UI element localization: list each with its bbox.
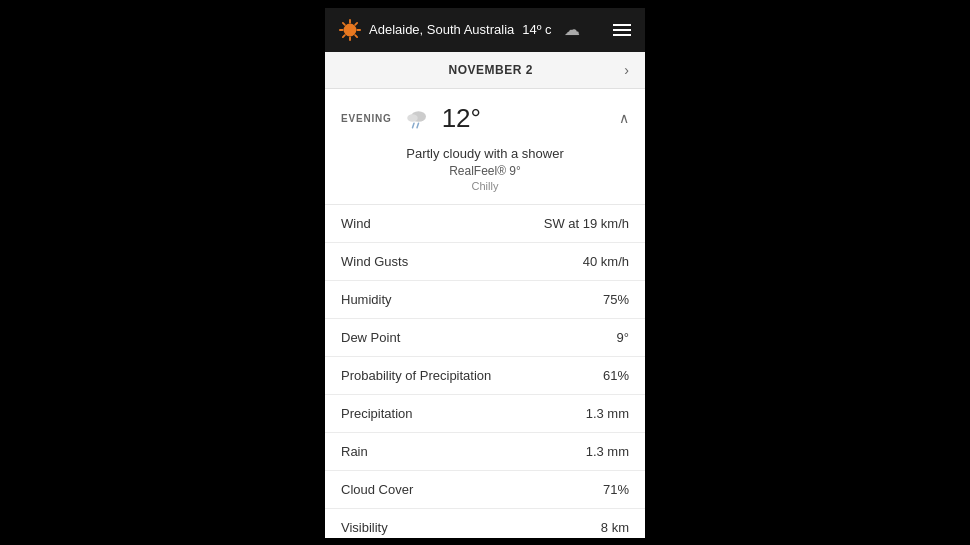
evening-left: EVENING 12° — [341, 103, 481, 134]
content-area: EVENING 12° ∧ Partly cloudy with a showe… — [325, 89, 645, 538]
details-container: WindSW at 19 km/hWind Gusts40 km/hHumidi… — [325, 205, 645, 538]
detail-row: Visibility8 km — [325, 509, 645, 538]
detail-label: Dew Point — [341, 330, 400, 345]
detail-row: Wind Gusts40 km/h — [325, 243, 645, 281]
svg-line-5 — [343, 22, 345, 24]
header-bar: Adelaide, South Australia 14º c ☁ — [325, 8, 645, 52]
svg-line-8 — [343, 35, 345, 37]
header-city: Adelaide, South Australia — [369, 22, 514, 37]
detail-value: 40 km/h — [583, 254, 629, 269]
weather-icon — [402, 103, 432, 133]
phone-container: Adelaide, South Australia 14º c ☁ NOVEMB… — [325, 8, 645, 538]
detail-label: Rain — [341, 444, 368, 459]
detail-row: Rain1.3 mm — [325, 433, 645, 471]
collapse-button[interactable]: ∧ — [619, 110, 629, 126]
detail-row: Cloud Cover71% — [325, 471, 645, 509]
detail-value: 75% — [603, 292, 629, 307]
header-temp: 14º c — [522, 22, 551, 37]
chevron-right-icon[interactable]: › — [624, 62, 629, 78]
header-left: Adelaide, South Australia 14º c ☁ — [339, 19, 580, 41]
detail-label: Visibility — [341, 520, 388, 535]
svg-line-12 — [417, 123, 419, 128]
detail-label: Cloud Cover — [341, 482, 413, 497]
detail-row: Probability of Precipitation61% — [325, 357, 645, 395]
sun-icon — [339, 19, 361, 41]
description-main: Partly cloudy with a shower — [341, 146, 629, 161]
evening-header: EVENING 12° ∧ — [325, 89, 645, 142]
description-section: Partly cloudy with a shower RealFeel® 9°… — [325, 142, 645, 205]
detail-row: Humidity75% — [325, 281, 645, 319]
evening-label: EVENING — [341, 113, 392, 124]
menu-button[interactable] — [613, 24, 631, 36]
detail-label: Probability of Precipitation — [341, 368, 491, 383]
detail-label: Precipitation — [341, 406, 413, 421]
detail-row: WindSW at 19 km/h — [325, 205, 645, 243]
detail-value: 1.3 mm — [586, 406, 629, 421]
detail-label: Wind — [341, 216, 371, 231]
real-feel: RealFeel® 9° — [341, 164, 629, 178]
date-label: NOVEMBER 2 — [357, 63, 624, 77]
svg-line-6 — [355, 35, 357, 37]
detail-value: 9° — [617, 330, 629, 345]
svg-line-11 — [412, 123, 414, 128]
detail-value: 71% — [603, 482, 629, 497]
cloud-icon: ☁ — [564, 20, 580, 39]
svg-line-7 — [355, 22, 357, 24]
svg-point-10 — [407, 114, 418, 122]
date-bar[interactable]: NOVEMBER 2 › — [325, 52, 645, 89]
detail-label: Wind Gusts — [341, 254, 408, 269]
evening-temp: 12° — [442, 103, 481, 134]
detail-value: 1.3 mm — [586, 444, 629, 459]
svg-point-0 — [344, 23, 357, 36]
detail-row: Dew Point9° — [325, 319, 645, 357]
detail-value: 61% — [603, 368, 629, 383]
detail-value: SW at 19 km/h — [544, 216, 629, 231]
feel-label: Chilly — [341, 180, 629, 192]
detail-label: Humidity — [341, 292, 392, 307]
detail-value: 8 km — [601, 520, 629, 535]
detail-row: Precipitation1.3 mm — [325, 395, 645, 433]
